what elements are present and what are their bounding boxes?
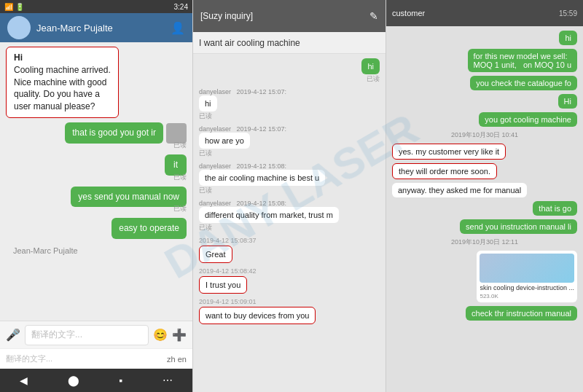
input-placeholder: 翻译的文字... <box>31 329 82 340</box>
file-size: 523.0K <box>480 293 574 299</box>
right-message-8: anyway. they asked me for manual <box>392 183 527 197</box>
message-bubble: you got cooling machine <box>479 112 577 127</box>
home-icon[interactable]: ⬤ <box>68 375 79 386</box>
sender-label: danyelaser 2019-4-12 15:08: <box>199 200 286 207</box>
header-time: 15:59 <box>559 9 577 17</box>
status-time: 3:24 <box>174 3 188 11</box>
mid-message-6: 2019-4-12 15:08:37 Great <box>199 237 380 263</box>
right-message-5: you got cooling machine <box>479 112 577 127</box>
message-bubble: Great <box>199 246 232 263</box>
back-icon[interactable]: ◀ <box>20 375 28 386</box>
file-card[interactable]: skin cooling device-instruction ... 523.… <box>477 251 577 302</box>
read-receipt: 已读 <box>199 186 212 195</box>
message-bubble: HiCooling machine arrived.Nice machine w… <box>6 47 119 118</box>
message-bubble: Hi <box>558 94 577 109</box>
message-input[interactable]: 翻译的文字... <box>25 325 149 345</box>
mid-message-7: 2019-4-12 15:08:42 I trust you <box>199 267 380 294</box>
incoming-message-1: HiCooling machine arrived.Nice machine w… <box>6 47 187 118</box>
outgoing-message-1: that is good you got ir 已读 <box>6 122 187 150</box>
timestamp: 2019年10月30日 10:41 <box>451 130 518 140</box>
message-bubble: the air cooling machine is best u <box>199 170 325 186</box>
sender-label: danyelaser 2019-4-12 15:07: <box>199 88 286 95</box>
file-thumbnail <box>480 254 574 283</box>
mid-header: [Suzy inquiry] ✎ <box>193 0 386 32</box>
edit-icon[interactable]: ✎ <box>369 10 378 22</box>
right-message-1: hi <box>559 31 577 45</box>
message-bubble: hi <box>361 58 380 74</box>
right-message-2: for this new model we sell:MOQ 1 unit, o… <box>468 49 578 72</box>
timestamp: 2019-4-12 15:08:37 <box>199 237 257 244</box>
message-bubble: how are yo <box>199 133 250 149</box>
outgoing-message-3: yes send you manual now 已读 <box>6 187 187 214</box>
read-receipt: 已读 <box>199 111 212 121</box>
mid-message-3: danyelaser 2019-4-12 15:07: how are yo 已… <box>199 125 380 158</box>
read-receipt: 已读 <box>173 141 187 150</box>
message-bubble: anyway. they asked me for manual <box>392 183 527 197</box>
message-bubble: they will order more soon. <box>392 163 497 179</box>
right-header: customer 15:59 <box>386 0 583 26</box>
right-message-4: Hi <box>558 94 577 109</box>
translate-label: 翻译的文字... <box>6 353 52 364</box>
read-receipt: 已读 <box>199 223 212 232</box>
message-bubble: hi <box>199 95 217 111</box>
right-chat-panel: customer 15:59 hi for this new model we … <box>386 0 583 392</box>
mid-message-4: danyelaser 2019-4-12 15:08: the air cool… <box>199 162 380 195</box>
outgoing-message-4: easy to operate <box>6 218 187 239</box>
message-bubble: for this new model we sell:MOQ 1 unit, o… <box>468 49 578 72</box>
right-message-11: skin cooling device-instruction ... 523.… <box>477 251 577 302</box>
right-message-6: yes. my customer very like it <box>392 144 506 160</box>
message-bubble: that is good you got ir <box>65 122 163 144</box>
middle-chat-panel: [Suzy inquiry] ✎ I want air cooling mach… <box>193 0 386 392</box>
emoji-icon[interactable]: 😊 <box>153 328 168 342</box>
menu-icon[interactable]: ⋯ <box>163 375 173 386</box>
read-receipt: 已读 <box>173 173 187 182</box>
input-bar: 🎤 翻译的文字... 😊 ➕ <box>0 321 192 348</box>
mid-message-1: hi 已读 <box>199 58 380 84</box>
mid-message-5: danyelaser 2019-4-12 15:08: different qu… <box>199 200 380 232</box>
status-bar: 📶 🔋 3:24 <box>0 0 192 13</box>
left-chat-panel: 📶 🔋 3:24 Jean-Marc Pujalte 👤 HiCooling m… <box>0 0 193 392</box>
language-selector[interactable]: zh en <box>167 355 187 364</box>
mid-message-2: danyelaser 2019-4-12 15:07: hi 已读 <box>199 88 380 121</box>
mid-chat-area: hi 已读 danyelaser 2019-4-12 15:07: hi 已读 … <box>193 54 386 392</box>
message-bubble: you check the catalogue fo <box>470 76 577 90</box>
file-name: skin cooling device-instruction ... <box>480 284 574 291</box>
chat-title: [Suzy inquiry] <box>200 11 369 21</box>
query-bar: I want air cooling machine <box>193 32 386 54</box>
sender-label: danyelaser 2019-4-12 15:07: <box>199 125 286 133</box>
contact-name: Jean-Marc Pujalte <box>36 23 171 34</box>
sender-label: Jean-Marc Pujalte <box>6 243 187 256</box>
timestamp: 2019-4-12 15:08:42 <box>199 267 257 275</box>
message-bubble: easy to operate <box>111 218 187 239</box>
nav-bar: ◀ ⬤ ▪ ⋯ <box>0 369 192 392</box>
chat-header: Jean-Marc Pujalte 👤 <box>0 13 192 42</box>
mid-message-8: 2019-4-12 15:09:01 want to buy devices f… <box>199 298 380 324</box>
chat-title: customer <box>392 9 425 17</box>
read-receipt: 已读 <box>173 204 187 213</box>
person-icon[interactable]: 👤 <box>171 21 185 35</box>
right-message-7: they will order more soon. <box>392 163 497 179</box>
message-bubble: yes send you manual now <box>71 187 187 208</box>
timestamp: 2019年10月30日 12:11 <box>451 238 518 247</box>
right-message-12: check thr instruction manual <box>466 306 577 321</box>
left-chat-area: HiCooling machine arrived.Nice machine w… <box>0 42 192 321</box>
sender-label: danyelaser 2019-4-12 15:08: <box>199 162 286 170</box>
right-chat-area: hi for this new model we sell:MOQ 1 unit… <box>386 26 583 392</box>
mic-icon[interactable]: 🎤 <box>6 328 20 342</box>
square-icon[interactable]: ▪ <box>119 375 122 386</box>
message-bubble: I trust you <box>199 276 247 294</box>
message-bubble: different quality from market, trust m <box>199 207 339 223</box>
read-receipt: 已读 <box>367 74 380 84</box>
right-message-10: send you instruction manual li <box>460 219 577 234</box>
message-bubble: want to buy devices from you <box>199 307 316 324</box>
add-icon[interactable]: ➕ <box>172 328 187 342</box>
right-message-3: you check the catalogue fo <box>470 76 577 90</box>
outgoing-message-2: it 已读 <box>6 154 187 182</box>
query-text: I want air cooling machine <box>199 38 300 48</box>
right-message-9: that is go <box>533 201 577 216</box>
status-icons: 📶 🔋 <box>4 3 24 11</box>
message-bubble: check thr instruction manual <box>466 306 577 321</box>
message-bubble: yes. my customer very like it <box>392 144 506 160</box>
message-bubble: hi <box>559 31 577 45</box>
avatar <box>7 16 31 39</box>
